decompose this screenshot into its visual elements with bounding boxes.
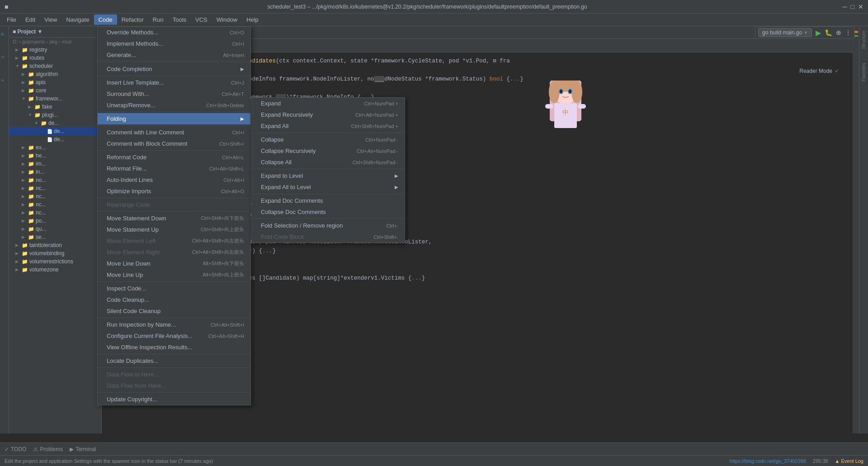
menu-run-inspection[interactable]: Run Inspection by Name... Ctrl+Alt+Shift…: [98, 319, 250, 330]
tree-item-algorithm[interactable]: ▶ 📁 algorithm: [9, 70, 101, 78]
menu-optimize-imports[interactable]: Optimize Imports Ctrl+Alt+O: [98, 185, 250, 197]
tree-item-he[interactable]: ▶ 📁 he...: [9, 152, 101, 160]
fold-expand[interactable]: Expand Ctrl+NumPad +: [252, 98, 405, 109]
tree-item-nc2[interactable]: ▶ 📁 nc...: [9, 192, 101, 200]
tree-item-fake[interactable]: ▶ 📁 fake: [9, 103, 101, 111]
menu-folding[interactable]: Folding ▶: [98, 113, 250, 124]
menu-help[interactable]: Help: [242, 14, 263, 25]
tree-item-volumebinding[interactable]: ▶ 📁 volumebinding: [9, 249, 101, 257]
tree-item-nc4[interactable]: ▶ 📁 nc...: [9, 209, 101, 217]
menu-move-element-right[interactable]: Move Element Right Ctrl+Alt+Shift+向右箭头: [98, 247, 250, 258]
menu-run[interactable]: Run: [148, 14, 168, 25]
fold-collapse-doc-comments[interactable]: Collapse Doc Comments: [252, 206, 405, 218]
structure-sidebar-label[interactable]: Structure: [861, 31, 866, 49]
event-log-button[interactable]: ▲ Event Log: [835, 458, 864, 464]
fold-collapse[interactable]: Collapse Ctrl+NumPad -: [252, 134, 405, 145]
fold-collapse-recursively[interactable]: Collapse Recursively Ctrl+Alt+NumPad -: [252, 145, 405, 157]
menu-inspect-code[interactable]: Inspect Code...: [98, 283, 250, 294]
menu-vcs[interactable]: VCS: [191, 14, 212, 25]
tree-item-scheduler[interactable]: ▼ 📁 scheduler: [9, 62, 101, 70]
menu-code[interactable]: Code: [94, 14, 117, 25]
tree-item-core[interactable]: ▶ 📁 core: [9, 86, 101, 95]
favorites-sidebar-label[interactable]: Favorites: [861, 63, 866, 81]
menu-unwrap-remove[interactable]: Unwrap/Remove... Ctrl+Shift+Delete: [98, 100, 250, 111]
tree-item-registry[interactable]: ▶ 📁 registry: [9, 46, 101, 54]
tree-item-de2[interactable]: 📄 de...: [9, 127, 101, 135]
structure-icon[interactable]: S: [0, 53, 9, 61]
menu-tools[interactable]: Tools: [168, 14, 191, 25]
tree-item-in[interactable]: ▶ 📁 in...: [9, 168, 101, 176]
menu-data-flow-from[interactable]: Data Flow from Here...: [98, 380, 250, 391]
fold-expand-all-to-level[interactable]: Expand All to Level ▶: [252, 181, 405, 193]
menu-move-element-left[interactable]: Move Element Left Ctrl+Alt+Shift+向左箭头: [98, 235, 250, 247]
menu-override-methods[interactable]: Override Methods... Ctrl+O: [98, 27, 250, 38]
menu-comment-block[interactable]: Comment with Block Comment Ctrl+Shift+/: [98, 138, 250, 149]
tree-item-ex[interactable]: ▶ 📁 ex...: [9, 143, 101, 152]
menu-code-completion[interactable]: Code Completion ▶: [98, 63, 250, 75]
tree-item-framewor[interactable]: ▼ 📁 framewor...: [9, 95, 101, 103]
tab-todo[interactable]: ✓ TODO: [5, 446, 26, 452]
menu-edit[interactable]: Edit: [21, 14, 40, 25]
tree-item-plugi[interactable]: ▼ 📁 plugi...: [9, 111, 101, 119]
menu-silent-code-cleanup[interactable]: Silent Code Cleanup: [98, 305, 250, 317]
menu-file[interactable]: File: [2, 14, 21, 25]
tree-item-im[interactable]: ▶ 📁 im...: [9, 160, 101, 168]
menu-data-flow-to[interactable]: Data Flow to Here...: [98, 369, 250, 380]
fold-expand-recursively[interactable]: Expand Recursively Ctrl+Alt+NumPad +: [252, 109, 405, 120]
more-run-options[interactable]: ⋮: [845, 29, 851, 36]
tree-item-no[interactable]: ▶ 📁 no...: [9, 176, 101, 184]
tree-item-nc1[interactable]: ▶ 📁 nc...: [9, 184, 101, 192]
fold-expand-all[interactable]: Expand All Ctrl+Shift+NumPad +: [252, 120, 405, 132]
menu-reformat-code[interactable]: Reformat Code Ctrl+Alt+L: [98, 152, 250, 163]
menu-insert-live-template[interactable]: Insert Live Template... Ctrl+J: [98, 77, 250, 88]
menu-move-line-up[interactable]: Move Line Up Alt+Shift+向上箭头: [98, 269, 250, 281]
debug-button[interactable]: 🐛: [825, 29, 832, 36]
favorites-icon[interactable]: F: [0, 76, 9, 84]
tree-item-routes[interactable]: ▶ 📁 routes: [9, 54, 101, 62]
tree-item-volumezone[interactable]: ▶ 📁 volumezone: [9, 266, 101, 274]
tab-terminal[interactable]: ▶ Terminal: [70, 446, 96, 452]
fold-expand-doc-comments[interactable]: Expand Doc Comments: [252, 195, 405, 206]
tree-item-po[interactable]: ▶ 📁 po...: [9, 217, 101, 225]
menu-move-statement-down[interactable]: Move Statement Down Ctrl+Shift+向下箭头: [98, 213, 250, 224]
tree-item-de1[interactable]: ▼ 📁 de...: [9, 119, 101, 127]
coverage-button[interactable]: ⊕: [836, 29, 841, 36]
maximize-btn[interactable]: □: [851, 3, 854, 10]
menu-view[interactable]: View: [40, 14, 61, 25]
menu-move-statement-up[interactable]: Move Statement Up Ctrl+Shift+向上箭头: [98, 224, 250, 235]
tree-item-volumerestrictions[interactable]: ▶ 📁 volumerestrictions: [9, 257, 101, 266]
fold-collapse-all[interactable]: Collapse All Ctrl+Shift+NumPad -: [252, 157, 405, 168]
menu-auto-indent[interactable]: Auto-Indent Lines Ctrl+Alt+I: [98, 174, 250, 185]
tab-problems[interactable]: ⚠ Problems: [33, 446, 63, 452]
menu-generate[interactable]: Generate... Alt+Insert: [98, 49, 250, 61]
menu-configure-analysis[interactable]: Configure Current File Analysis... Ctrl+…: [98, 330, 250, 342]
menu-comment-line[interactable]: Comment with Line Comment Ctrl+/: [98, 127, 250, 138]
run-config-dropdown[interactable]: go build main.go ▼: [758, 28, 812, 37]
project-icon[interactable]: P: [0, 30, 9, 38]
fold-code-block[interactable]: Fold Code Block Ctrl+Shift+.: [252, 231, 405, 243]
tree-item-se[interactable]: ▶ 📁 se...: [9, 233, 101, 241]
tree-item-tainttoleration[interactable]: ▶ 📁 tainttoleration: [9, 241, 101, 249]
close-btn[interactable]: ✕: [858, 3, 863, 10]
tree-item-nc3[interactable]: ▶ 📁 nc...: [9, 200, 101, 209]
menu-view-offline[interactable]: View Offline Inspection Results...: [98, 342, 250, 353]
tree-item-apis[interactable]: ▶ 📁 apis: [9, 78, 101, 86]
run-button[interactable]: ▶: [816, 29, 821, 37]
menu-surround-with[interactable]: Surround With... Ctrl+Alt+T: [98, 88, 250, 100]
menu-rearrange-code[interactable]: Rearrange Code: [98, 199, 250, 210]
project-tree-header[interactable]: ■ Project ▼: [9, 26, 101, 38]
menu-window[interactable]: Window: [212, 14, 242, 25]
fold-expand-to-level[interactable]: Expand to Level ▶: [252, 170, 405, 181]
menu-refactor[interactable]: Refactor: [117, 14, 148, 25]
menu-navigate[interactable]: Navigate: [61, 14, 94, 25]
minimize-btn[interactable]: ─: [843, 3, 847, 10]
menu-implement-methods[interactable]: Implement Methods... Ctrl+I: [98, 38, 250, 49]
menu-update-copyright[interactable]: Update Copyright...: [98, 394, 250, 405]
tree-item-qu[interactable]: ▶ 📁 qu...: [9, 225, 101, 233]
menu-code-cleanup[interactable]: Code Cleanup...: [98, 294, 250, 305]
tree-item-de3[interactable]: 📄 de...: [9, 135, 101, 143]
fold-selection[interactable]: Fold Selection / Remove region Ctrl+.: [252, 220, 405, 231]
menu-move-line-down[interactable]: Move Line Down Alt+Shift+向下箭头: [98, 258, 250, 269]
menu-reformat-file[interactable]: Reformat File... Ctrl+Alt+Shift+L: [98, 163, 250, 174]
menu-locate-duplicates[interactable]: Locate Duplicates...: [98, 355, 250, 366]
